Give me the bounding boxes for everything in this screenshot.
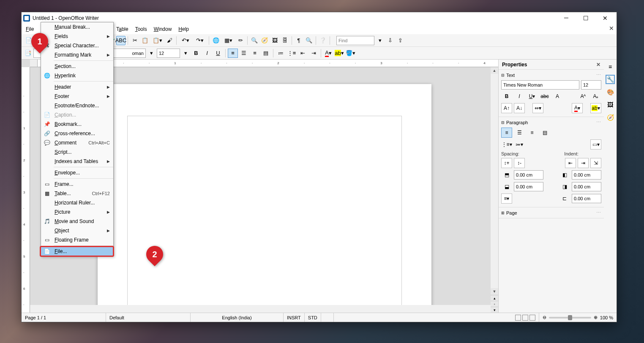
italic-button[interactable]: I	[202, 49, 212, 58]
navigator-button[interactable]: 🧭	[260, 36, 269, 45]
sb-align-right[interactable]: ≡	[527, 128, 538, 138]
tabstrip-navigator[interactable]: 🧭	[606, 113, 615, 122]
menu-item-envelope-[interactable]: Envelope...	[41, 168, 113, 177]
autospell-button[interactable]: ABC	[116, 36, 126, 45]
sb-ind-hang[interactable]: ⇲	[590, 158, 601, 168]
font-dd[interactable]: ▾	[147, 49, 156, 58]
menu-item-bookmark-[interactable]: 📌Bookmark...	[41, 120, 113, 129]
sb-shrink[interactable]: A↓	[514, 103, 525, 113]
close-document-button[interactable]: ✕	[609, 25, 614, 32]
status-page[interactable]: Page 1 / 1	[22, 313, 106, 322]
tabstrip-styles[interactable]: 🎨	[606, 87, 615, 97]
undo-button[interactable]: ↶▾	[179, 36, 192, 45]
sb-shadow[interactable]: A	[552, 91, 563, 101]
paste-button[interactable]: 📋▾	[150, 36, 164, 45]
table-button[interactable]: ▦▾	[221, 36, 235, 45]
sb-ind-dec[interactable]: ⇤	[565, 158, 576, 168]
status-layout[interactable]	[512, 313, 539, 322]
sb-underline[interactable]: U▾	[527, 91, 538, 101]
menu-item-script-[interactable]: Script...	[41, 147, 113, 157]
sb-super[interactable]: Aᴬ	[578, 91, 589, 101]
sb-align-center[interactable]: ☰	[514, 128, 525, 138]
align-center-button[interactable]: ☰	[239, 49, 249, 58]
draw-button[interactable]: ✏	[236, 36, 245, 45]
datasources-button[interactable]: 🗄	[280, 36, 289, 45]
sb-bullets[interactable]: ⋮≡▾	[501, 139, 512, 150]
nonprint-button[interactable]: ¶	[294, 36, 303, 45]
menu-item-footer[interactable]: Footer▶	[41, 92, 113, 101]
horizontal-scrollbar[interactable]	[30, 305, 491, 313]
ind-right-input[interactable]	[572, 182, 601, 191]
menu-item-formatting-mark[interactable]: Formatting Mark▶	[41, 50, 113, 60]
menu-item-indexes-and-tables[interactable]: Indexes and Tables▶	[41, 157, 113, 166]
find-dropdown[interactable]: ▾	[375, 36, 385, 45]
close-button[interactable]: ✕	[595, 12, 615, 24]
menu-item-floating-frame[interactable]: ▭Floating Frame	[41, 235, 113, 245]
zoom-in-button[interactable]: ⊕	[594, 315, 598, 320]
menu-window[interactable]: Window	[150, 25, 175, 33]
page-panel-more[interactable]: ⋯	[596, 210, 601, 215]
sb-italic[interactable]: I	[514, 91, 525, 101]
find-replace-button[interactable]: 🔍	[250, 36, 259, 45]
menu-item-special-character-[interactable]: ⌘Special Character...	[41, 41, 113, 50]
menu-file[interactable]: File	[22, 25, 37, 33]
vertical-ruler[interactable]: ··1·2·3·4·5·6·7·8·9·10	[22, 67, 30, 313]
menu-item-object[interactable]: Object▶	[41, 226, 113, 235]
underline-button[interactable]: U	[213, 49, 223, 58]
para-panel-more[interactable]: ⋯	[596, 120, 601, 125]
menu-item-table-[interactable]: ▦Table...Ctrl+F12	[41, 189, 113, 198]
prev-page-button[interactable]: ▴	[491, 295, 498, 301]
tabstrip-properties[interactable]: 🔧	[606, 75, 615, 84]
sb-fontcolor[interactable]: A▾	[572, 103, 583, 113]
sb-highlight[interactable]: ab▾	[590, 103, 601, 113]
menu-tools[interactable]: Tools	[132, 25, 150, 33]
nav-button[interactable]: ◦	[491, 301, 498, 307]
sb-bgcolor[interactable]: ▭▾	[590, 139, 601, 150]
next-page-button[interactable]: ▾	[491, 307, 498, 313]
menu-item-section-[interactable]: Section...	[41, 62, 113, 71]
align-left-button[interactable]: ≡	[228, 49, 238, 58]
sb-sp-inc[interactable]: ↕+	[501, 158, 512, 168]
sb-align-left[interactable]: ≡	[501, 128, 512, 138]
menu-item-picture[interactable]: Picture▶	[41, 207, 113, 217]
page[interactable]	[98, 84, 431, 313]
styles-button[interactable]: 📑	[23, 49, 33, 58]
menu-item-manual-break-[interactable]: Manual Break...	[41, 22, 113, 32]
status-sig[interactable]	[321, 313, 334, 322]
cut-button[interactable]: ✂	[130, 36, 139, 45]
menu-item-horizontal-ruler-[interactable]: Horizontal Ruler...	[41, 198, 113, 207]
sb-ind-inc[interactable]: ⇥	[578, 158, 589, 168]
tabstrip-menu[interactable]: ≡	[606, 62, 615, 71]
menu-item-hyperlink[interactable]: 🌐Hyperlink	[41, 71, 113, 80]
menu-item-fields[interactable]: Fields▶	[41, 32, 113, 41]
sb-strike[interactable]: abc	[539, 91, 550, 101]
menu-item-frame-[interactable]: ▭Frame...	[41, 180, 113, 189]
find-input[interactable]	[336, 36, 374, 45]
numbered-list-button[interactable]: ≔	[276, 49, 286, 58]
bold-button[interactable]: B	[191, 49, 201, 58]
menu-item-movie-and-sound[interactable]: 🎵Movie and Sound	[41, 217, 113, 226]
bullet-list-button[interactable]: ⋮≡	[287, 49, 297, 58]
sb-align-justify[interactable]: ▤	[539, 128, 550, 138]
menu-item-cross-reference-[interactable]: 🔗Cross-reference...	[41, 129, 113, 138]
help-button[interactable]: ❔	[318, 36, 327, 45]
sb-sub[interactable]: Aₐ	[590, 91, 601, 101]
status-insert[interactable]: INSRT	[284, 313, 305, 322]
indent-inc-button[interactable]: ⇥	[308, 49, 319, 58]
indent-dec-button[interactable]: ⇤	[297, 49, 308, 58]
size-dd[interactable]: ▾	[181, 49, 190, 58]
sb-sp-dec[interactable]: ↕-	[514, 158, 525, 168]
zoom-value[interactable]: 100 %	[600, 315, 613, 320]
sb-numbers[interactable]: ≔▾	[514, 139, 525, 150]
sidebar-font-select[interactable]	[501, 80, 579, 90]
size-select[interactable]	[157, 49, 180, 58]
sb-bold[interactable]: B	[501, 91, 512, 101]
ind-left-input[interactable]	[572, 170, 601, 180]
vertical-scrollbar[interactable]: ▲ ▼ ▴ ◦ ▾	[491, 67, 498, 313]
find-prev-button[interactable]: ⇧	[396, 36, 405, 45]
zoom-slider[interactable]	[549, 317, 591, 318]
scroll-up-button[interactable]: ▲	[491, 67, 498, 74]
menu-item-footnote-endnote-[interactable]: Footnote/Endnote...	[41, 101, 113, 110]
gallery-button[interactable]: 🖼	[270, 36, 279, 45]
text-panel-more[interactable]: ⋯	[596, 72, 601, 78]
